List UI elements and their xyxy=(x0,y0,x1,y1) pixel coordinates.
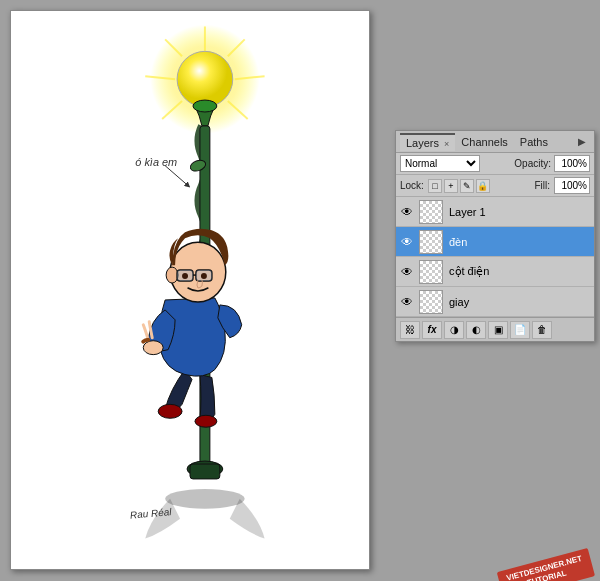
lock-label: Lock: xyxy=(400,180,424,191)
tab-paths[interactable]: Paths xyxy=(514,134,554,150)
layers-list: 👁 Layer 1 👁 đèn 👁 cột điện 👁 giay xyxy=(396,197,594,317)
panel-expand-button[interactable]: ▶ xyxy=(574,136,590,147)
opacity-input[interactable] xyxy=(554,155,590,172)
svg-point-18 xyxy=(143,341,163,355)
fill-label: Fill: xyxy=(534,180,550,191)
tab-channels[interactable]: Channels xyxy=(455,134,513,150)
adjustment-button[interactable]: ◐ xyxy=(466,321,486,339)
layer-row-den[interactable]: 👁 đèn xyxy=(396,227,594,257)
lock-all-icon[interactable]: 🔒 xyxy=(476,179,490,193)
layer-name-den: đèn xyxy=(446,236,592,248)
eye-icon-cotdien[interactable]: 👁 xyxy=(398,263,416,281)
lock-position-icon[interactable]: ✎ xyxy=(460,179,474,193)
tab-paths-label: Paths xyxy=(520,136,548,148)
layer-row-layer1[interactable]: 👁 Layer 1 xyxy=(396,197,594,227)
layer-thumb-layer1 xyxy=(419,200,443,224)
layer-name-layer1: Layer 1 xyxy=(446,206,592,218)
add-mask-button[interactable]: ◑ xyxy=(444,321,464,339)
svg-point-27 xyxy=(201,273,207,279)
blend-mode-select[interactable]: Normal Multiply Screen xyxy=(400,155,480,172)
watermark: VIETDESIGNER.NET TUTORIAL xyxy=(497,548,595,581)
illustration: ó kìa em Rau Réal xyxy=(11,11,369,569)
layer-row-cotdien[interactable]: 👁 cột điện xyxy=(396,257,594,287)
panel-tabs: Layers × Channels Paths ▶ xyxy=(396,131,594,153)
lock-row: Lock: □ + ✎ 🔒 Fill: xyxy=(396,175,594,197)
svg-text:ó kìa em: ó kìa em xyxy=(135,156,177,168)
delete-layer-button[interactable]: 🗑 xyxy=(532,321,552,339)
tab-channels-label: Channels xyxy=(461,136,507,148)
new-layer-button[interactable]: 📄 xyxy=(510,321,530,339)
svg-point-9 xyxy=(177,51,233,107)
svg-point-20 xyxy=(166,267,178,283)
eye-icon-giay[interactable]: 👁 xyxy=(398,293,416,311)
tab-layers[interactable]: Layers × xyxy=(400,133,455,151)
lock-transparent-icon[interactable]: □ xyxy=(428,179,442,193)
svg-point-16 xyxy=(158,404,182,418)
svg-point-26 xyxy=(182,273,188,279)
panel-toolbar: ⛓ fx ◑ ◐ ▣ 📄 🗑 xyxy=(396,317,594,341)
layer-name-cotdien: cột điện xyxy=(446,265,592,278)
group-button[interactable]: ▣ xyxy=(488,321,508,339)
layer-effects-button[interactable]: fx xyxy=(422,321,442,339)
eye-icon-layer1[interactable]: 👁 xyxy=(398,203,416,221)
layer-row-giay[interactable]: 👁 giay xyxy=(396,287,594,317)
layer-thumb-cotdien xyxy=(419,260,443,284)
layers-panel: Layers × Channels Paths ▶ Normal Multipl… xyxy=(395,130,595,342)
svg-point-10 xyxy=(193,100,217,112)
fill-input[interactable] xyxy=(554,177,590,194)
svg-point-17 xyxy=(195,415,217,427)
tab-layers-close[interactable]: × xyxy=(444,139,449,149)
eye-icon-den[interactable]: 👁 xyxy=(398,233,416,251)
svg-point-15 xyxy=(165,489,245,509)
svg-rect-14 xyxy=(190,464,220,479)
link-layers-button[interactable]: ⛓ xyxy=(400,321,420,339)
canvas-area: ó kìa em Rau Réal xyxy=(10,10,370,570)
blend-mode-row: Normal Multiply Screen Opacity: xyxy=(396,153,594,175)
lock-icons: □ + ✎ 🔒 xyxy=(428,179,490,193)
opacity-label: Opacity: xyxy=(514,158,551,169)
tab-layers-label: Layers xyxy=(406,137,439,149)
layer-thumb-giay xyxy=(419,290,443,314)
layer-name-giay: giay xyxy=(446,296,592,308)
layer-thumb-den xyxy=(419,230,443,254)
lock-pixels-icon[interactable]: + xyxy=(444,179,458,193)
